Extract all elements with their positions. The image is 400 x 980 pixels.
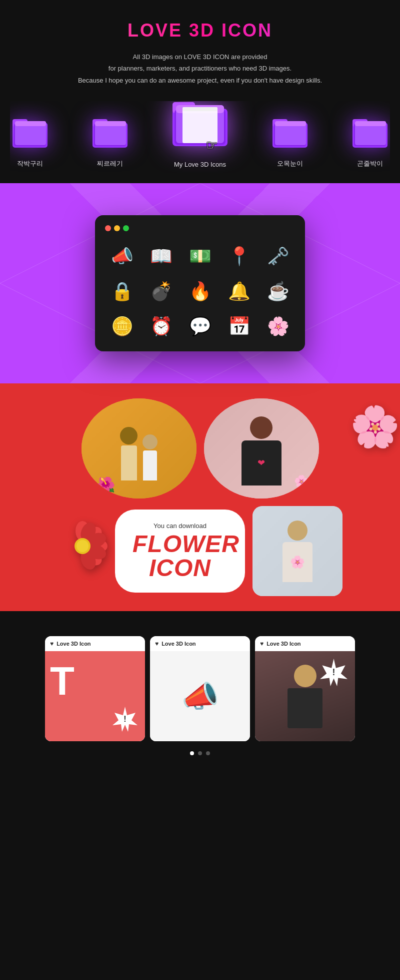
folder-item-right2[interactable]: 곤줄박이 xyxy=(330,115,390,168)
icon-megaphone: 📣 xyxy=(107,241,137,271)
dot-indicator-1[interactable] xyxy=(190,751,194,755)
icon-mug: ☕ xyxy=(263,276,293,306)
mac-window: 📣 📖 💵 📍 🗝️ 🔒 💣 🔥 🔔 ☕ 🪙 ⏰ 💬 📅 🌸 xyxy=(95,215,305,351)
svg-rect-22 xyxy=(275,121,306,126)
social-brand-1: Love 3D Icon xyxy=(56,641,90,647)
folder-icon xyxy=(352,115,388,153)
folders-row: 작박구리 찌르레기 xyxy=(10,101,390,173)
folder-icon xyxy=(272,115,308,153)
mac-titlebar xyxy=(105,225,295,231)
photos-bottom-row: You can download FLOWER ICON 🌸 xyxy=(10,506,390,596)
social-card-header-2: ♥ Love 3D Icon xyxy=(150,636,250,651)
hero-title: LOVE 3D ICON xyxy=(10,20,390,41)
social-brand-3: Love 3D Icon xyxy=(266,641,300,647)
social-card-header-3: ♥ Love 3D Icon xyxy=(255,636,355,651)
folder-item-left2[interactable]: 작박구리 xyxy=(10,115,70,168)
photo-couple: 🌺 xyxy=(82,398,196,499)
icons-section: 📣 📖 💵 📍 🗝️ 🔒 💣 🔥 🔔 ☕ 🪙 ⏰ 💬 📅 🌸 xyxy=(0,183,400,383)
card-body-1: T ! xyxy=(45,651,145,741)
social-card-3: ♥ Love 3D Icon ! xyxy=(255,636,355,741)
icon-speech: 💬 xyxy=(185,311,215,341)
download-label: You can download xyxy=(132,522,228,530)
folder-label: 곤줄박이 xyxy=(357,159,383,168)
icon-bell: 🔔 xyxy=(224,276,254,306)
folder-label-center: My Love 3D Icons xyxy=(174,161,226,168)
icon-fire: 🔥 xyxy=(185,276,215,306)
icon-alarm: ⏰ xyxy=(146,311,176,341)
letter-t: T xyxy=(50,661,74,701)
social-card-header-1: ♥ Love 3D Icon xyxy=(45,636,145,651)
card-body-3: ! xyxy=(255,651,355,741)
social-cards-row: ♥ Love 3D Icon T ! ♥ Love 3D Icon xyxy=(10,636,390,741)
folder-item-center[interactable]: ☞ My Love 3D Icons xyxy=(150,101,250,168)
dot-indicator-2[interactable] xyxy=(198,751,202,755)
heart-icon: ♥ xyxy=(50,640,54,647)
folder-item-right1[interactable]: 오목눈이 xyxy=(250,115,330,168)
social-section: ♥ Love 3D Icon T ! ♥ Love 3D Icon xyxy=(0,611,400,775)
photo-woman: ❤ 🌸 xyxy=(204,398,319,499)
icon-flower: 🌸 xyxy=(263,311,293,341)
folder-icon xyxy=(12,115,48,153)
card-body-2: 📣 xyxy=(150,651,250,741)
icon-money: 💵 xyxy=(185,241,215,271)
download-card: You can download FLOWER ICON xyxy=(115,510,245,593)
svg-point-41 xyxy=(76,540,88,552)
burst-badge-1: ! xyxy=(112,707,138,734)
folder-label: 찌르레기 xyxy=(97,159,123,168)
folder-icon xyxy=(92,115,128,153)
mac-dot-green xyxy=(123,225,129,231)
dot-indicator-3[interactable] xyxy=(206,751,210,755)
svg-rect-10 xyxy=(95,121,126,126)
icon-key: 🗝️ xyxy=(263,241,293,271)
megaphone-icon: 📣 xyxy=(182,679,219,714)
folder-label: 작박구리 xyxy=(17,159,43,168)
flower-edge-right: 🌸 xyxy=(350,403,400,450)
mac-dot-red xyxy=(105,225,111,231)
flower-left xyxy=(58,521,108,582)
dots-row xyxy=(10,751,390,755)
burst-badge-3: ! xyxy=(320,659,348,688)
svg-rect-27 xyxy=(355,121,386,126)
social-card-1: ♥ Love 3D Icon T ! xyxy=(45,636,145,741)
download-title: FLOWER ICON xyxy=(132,532,228,580)
icon-lock: 🔒 xyxy=(107,276,137,306)
mac-dot-yellow xyxy=(114,225,120,231)
heart-icon: ♥ xyxy=(260,640,264,647)
icon-book: 📖 xyxy=(146,241,176,271)
icon-coin: 🪙 xyxy=(107,311,137,341)
folder-item-left1[interactable]: 찌르레기 xyxy=(70,115,150,168)
svg-rect-5 xyxy=(15,121,46,126)
social-card-2: ♥ Love 3D Icon 📣 xyxy=(150,636,250,741)
photos-top-row: 🌺 ❤ xyxy=(10,398,390,499)
photo-man-flower: 🌸 xyxy=(252,506,342,596)
icon-bomb: 💣 xyxy=(146,276,176,306)
icon-location: 📍 xyxy=(224,241,254,271)
heart-icon: ♥ xyxy=(155,640,158,647)
svg-rect-17 xyxy=(182,107,218,111)
red-section: 🌺 ❤ xyxy=(0,383,400,611)
folder-label: 오목눈이 xyxy=(277,159,303,168)
svg-text:!: ! xyxy=(332,667,336,677)
social-brand-2: Love 3D Icon xyxy=(162,641,196,647)
hero-section: LOVE 3D ICON All 3D images on LOVE 3D IC… xyxy=(0,0,400,183)
hero-description: All 3D images on LOVE 3D ICON are provid… xyxy=(10,51,390,86)
icon-calendar: 📅 xyxy=(224,311,254,341)
icons-grid: 📣 📖 💵 📍 🗝️ 🔒 💣 🔥 🔔 ☕ 🪙 ⏰ 💬 📅 🌸 xyxy=(105,241,295,341)
svg-text:!: ! xyxy=(124,715,126,723)
